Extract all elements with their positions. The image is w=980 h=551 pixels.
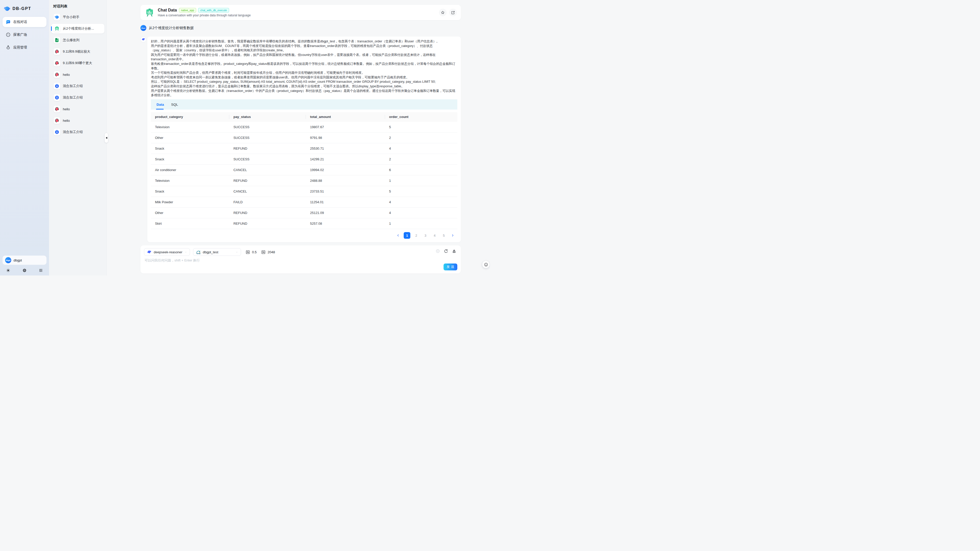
- sidebar-item-0[interactable]: 在线对话: [3, 17, 46, 27]
- share-button[interactable]: [449, 9, 457, 16]
- user-message-text: 从2个维度统计分析销售数据: [149, 26, 194, 30]
- conversation-item-label: 从2个维度统计分析...: [63, 26, 94, 31]
- deepseek-model-icon: [147, 250, 152, 255]
- chevron-down-icon: [185, 251, 187, 253]
- sidebar-footer: [3, 268, 46, 272]
- star-icon: [441, 11, 445, 14]
- hex-a-icon: A: [54, 94, 60, 101]
- user-message: dbgpt 从2个维度统计分析销售数据: [140, 25, 461, 31]
- dbgpt-logo-icon: [54, 14, 60, 21]
- mysql-icon: MySQL: [196, 250, 201, 255]
- conversation-item[interactable]: A混合加工介绍: [51, 81, 105, 91]
- panel-collapse-handle[interactable]: [105, 133, 108, 143]
- page-button-1[interactable]: 1: [404, 232, 410, 239]
- hex-a-icon: A: [54, 83, 60, 89]
- headset-bot-icon: [54, 117, 60, 124]
- chevron-down-icon: [235, 251, 238, 253]
- model-selector[interactable]: deepseek-reasoner: [144, 248, 190, 256]
- badge-native-app: native_app: [179, 8, 196, 13]
- collapse-sidebar-icon[interactable]: [39, 268, 43, 272]
- table-cell: 19807.67: [306, 122, 385, 132]
- conversation-item[interactable]: hello: [51, 70, 105, 80]
- table-row: Air conditionerCANCEL19994.026: [151, 165, 457, 175]
- conversation-item-label: 怎么修改列: [63, 38, 80, 42]
- table-row: OtherREFUND25121.094: [151, 208, 457, 218]
- assistant-paragraph: 好的，用户的问题是要从两个维度统计分析销售数据。首先，我需要确定数据库中有哪些相…: [151, 39, 457, 44]
- conversation-item[interactable]: 从2个维度统计分析...: [51, 24, 105, 33]
- theme-toggle-icon[interactable]: [6, 268, 10, 272]
- sidebar-item-label: 在线对话: [13, 20, 27, 24]
- chart-board-icon: [145, 8, 154, 17]
- feedback-button[interactable]: [482, 261, 490, 268]
- table-cell: Other: [151, 132, 229, 143]
- table-cell: 5257.08: [306, 218, 385, 229]
- table-cell: REFUND: [229, 143, 306, 154]
- language-icon[interactable]: [22, 268, 27, 272]
- assistant-paragraph: 这样按产品分类和付款状态两个维度进行统计，显示总金额和订单数量。数据展示方式适合…: [151, 84, 457, 89]
- page-button-3[interactable]: 3: [422, 232, 429, 239]
- tab-sql[interactable]: SQL: [171, 103, 178, 110]
- app-subtitle: Have a conversation with your private da…: [158, 14, 436, 17]
- table-cell: Milk Powder: [151, 197, 229, 208]
- tab-data[interactable]: Data: [156, 103, 164, 110]
- page-button-5[interactable]: 5: [441, 232, 447, 239]
- conversation-item-label: 9.11和9.9谁比较大: [63, 49, 90, 54]
- sidebar-item-2[interactable]: 应用管理: [3, 42, 46, 53]
- conversation-item[interactable]: 平台小助手: [51, 12, 105, 22]
- sidebar-item-1[interactable]: 探索广场: [3, 30, 46, 40]
- assistant-paragraph: 首先检查transaction_order表是否包含足够的字段。product_…: [151, 62, 457, 71]
- table-cell: 1: [385, 218, 457, 229]
- page-title: Chat Data: [158, 8, 177, 13]
- datasource-selector[interactable]: MySQL dbgpt_test: [193, 248, 241, 256]
- next-page-button[interactable]: [450, 233, 456, 239]
- chat-input[interactable]: 可以问我任何问题，shift + Enter 换行: [145, 258, 415, 263]
- result-table: product_categorypay_statustotal_amountor…: [151, 112, 457, 229]
- badge-chat-with-db-execute: chat_with_db_execute: [198, 8, 229, 13]
- max-tokens-control[interactable]: 2048: [261, 250, 275, 254]
- table-cell: 5: [385, 186, 457, 197]
- send-button[interactable]: 发送: [444, 263, 457, 271]
- column-header: total_amount: [306, 112, 385, 122]
- favorite-button[interactable]: [439, 9, 447, 16]
- table-cell: 4: [385, 197, 457, 208]
- sidebar: DB-GPT 在线对话探索广场应用管理 dbgpt dbgpt: [0, 0, 49, 276]
- deepseek-whale-icon: [142, 38, 145, 41]
- table-cell: 14299.21: [306, 154, 385, 165]
- svg-text:A: A: [56, 85, 58, 88]
- refresh-icon[interactable]: [444, 249, 448, 253]
- table-cell: Television: [151, 122, 229, 132]
- pause-icon[interactable]: [436, 249, 440, 253]
- headset-bot-icon: [54, 60, 60, 66]
- app-header-card: Chat Data native_app chat_with_db_execut…: [140, 5, 461, 20]
- table-cell: SUCCESS: [229, 154, 306, 165]
- user-chip[interactable]: dbgpt dbgpt: [3, 256, 46, 265]
- conversation-item-label: hello: [63, 119, 70, 123]
- table-row: OtherSUCCESS9791.982: [151, 132, 457, 143]
- conversation-item-label: 混合加工介绍: [63, 130, 83, 134]
- clear-chat-icon[interactable]: [452, 249, 456, 253]
- conversation-item[interactable]: hello: [51, 104, 105, 114]
- conversation-item-label: hello: [63, 73, 70, 76]
- conversation-item[interactable]: hello: [51, 116, 105, 125]
- conversation-item[interactable]: 怎么修改列: [51, 35, 105, 45]
- datasource-name: dbgpt_test: [203, 250, 233, 254]
- conversation-item[interactable]: A混合加工介绍: [51, 127, 105, 137]
- table-cell: 2488.88: [306, 175, 385, 186]
- page-button-4[interactable]: 4: [431, 232, 438, 239]
- table-cell: REFUND: [229, 218, 306, 229]
- dbgpt-logo-icon: [3, 5, 11, 12]
- table-cell: Television: [151, 175, 229, 186]
- prev-page-button[interactable]: [395, 233, 401, 239]
- explore-icon: [6, 32, 11, 37]
- conversation-item[interactable]: 9.11和9.90哪个更大: [51, 58, 105, 68]
- table-cell: Snack: [151, 143, 229, 154]
- assistant-message: 好的，用户的问题是要从两个维度统计分析销售数据。首先，我需要确定数据库中有哪些相…: [140, 37, 461, 242]
- temperature-control[interactable]: 0.5: [246, 250, 257, 254]
- assistant-paragraph: 用户的需求是统计分析，通常涉及聚合函数如SUM、COUNT等，而两个维度可能是指…: [151, 44, 457, 53]
- chat-data-app-icon: [145, 7, 155, 18]
- conversation-item[interactable]: 9.11和9.9谁比较大: [51, 47, 105, 56]
- page-button-2[interactable]: 2: [413, 232, 420, 239]
- max-tokens-value: 2048: [267, 250, 275, 254]
- model-name: deepseek-reasoner: [154, 250, 182, 254]
- conversation-item[interactable]: A混合加工介绍: [51, 93, 105, 102]
